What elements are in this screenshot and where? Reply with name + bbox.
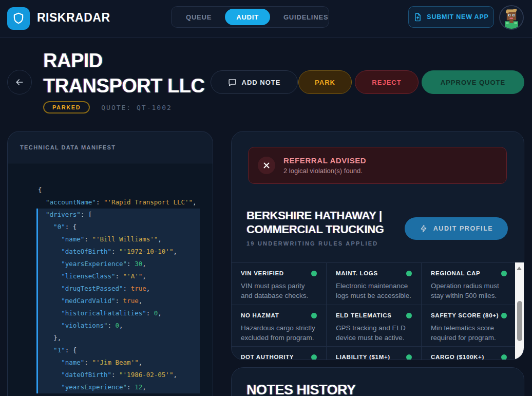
back-button[interactable]	[7, 70, 32, 95]
rule-title: NO HAZMAT	[241, 312, 279, 318]
status-pass-dot-icon	[406, 271, 412, 276]
nav-tab-audit[interactable]: AUDIT	[225, 9, 270, 25]
rule-desc: Hazardous cargo strictly excluded from p…	[241, 323, 317, 343]
rule-cell: DOT AUTHORITY	[232, 346, 327, 360]
rule-cell: ELD TELEMATICSGPS tracking and ELD devic…	[327, 305, 422, 346]
user-avatar[interactable]	[499, 5, 524, 30]
rule-title: ELD TELEMATICS	[336, 312, 392, 318]
x-icon	[263, 162, 270, 169]
code-line: "name": "'Bill Williams'",	[36, 233, 200, 246]
rule-title: SAFETY SCORE (80+)	[431, 312, 499, 318]
rule-cell: VIN VERIFIEDVIN must pass parity and dat…	[232, 263, 327, 305]
program-title: BERKSHIRE HATHAWAY | COMMERCIAL TRUCKING	[246, 209, 384, 236]
status-pass-dot-icon	[406, 354, 412, 360]
status-pass-dot-icon	[311, 313, 317, 318]
brand-name: RISKRADAR	[37, 11, 110, 25]
rule-title: MAINT. LOGS	[336, 270, 378, 276]
brand-logo	[7, 7, 30, 30]
rules-scrollbar[interactable]	[515, 262, 524, 360]
alert-subtitle: 2 logical violation(s) found.	[283, 167, 366, 175]
alert-circle	[258, 157, 275, 174]
code-line: "drugTestPassed": true,	[36, 282, 200, 295]
pixel-avatar-image	[500, 6, 523, 29]
code-line: "yearsExperience": 12,	[36, 381, 200, 393]
rule-desc: Electronic maintenance logs must be acce…	[336, 281, 412, 300]
code-line: {	[36, 184, 200, 196]
manifest-panel-title: TECHNICAL DATA MANIFEST	[8, 131, 213, 163]
alert-title: REFERRAL ADVISED	[283, 156, 366, 165]
status-pass-dot-icon	[311, 271, 317, 276]
rule-cell: LIABILITY ($1M+)	[327, 346, 422, 360]
rule-title: VIN VERIFIED	[241, 270, 284, 276]
rule-cell: CARGO ($100K+)	[422, 346, 516, 360]
park-button[interactable]: PARK	[298, 70, 352, 94]
code-line: "name": "'Jim Beam'",	[36, 356, 200, 369]
notes-history-card: NOTES HISTORY	[231, 367, 524, 396]
alert-text: REFERRAL ADVISED 2 logical violation(s) …	[283, 156, 366, 175]
rule-cell: SAFETY SCORE (80+)Min telematics score r…	[422, 305, 516, 346]
audit-profile-label: AUDIT PROFILE	[433, 225, 493, 232]
document-upload-icon	[413, 13, 422, 22]
rule-desc: GPS tracking and ELD device must be acti…	[336, 323, 412, 343]
nav-tab-queue[interactable]: QUEUE	[175, 9, 223, 25]
code-line: },	[36, 332, 200, 344]
status-pass-dot-icon	[501, 313, 507, 318]
referral-advised-alert: REFERRAL ADVISED 2 logical violation(s) …	[248, 147, 507, 184]
notes-history-title: NOTES HISTORY	[246, 382, 356, 396]
code-line: "dateOfBirth": "'1986-02-05'",	[36, 369, 200, 381]
quote-reference: QUOTE: QT-1002	[101, 104, 172, 111]
nav-tab-guidelines[interactable]: GUIDELINES	[272, 9, 339, 25]
rule-cell: NO HAZMATHazardous cargo strictly exclud…	[232, 305, 327, 346]
add-note-button[interactable]: ADD NOTE	[211, 70, 298, 94]
submit-new-app-button[interactable]: SUBMIT NEW APP	[408, 6, 494, 28]
scrollbar-up-arrow-icon[interactable]	[517, 267, 522, 270]
reject-button[interactable]: REJECT	[355, 70, 419, 94]
status-pass-dot-icon	[501, 271, 507, 276]
status-pass-dot-icon	[311, 354, 317, 360]
rule-cell: MAINT. LOGSElectronic maintenance logs m…	[327, 263, 422, 305]
rule-title: LIABILITY ($1M+)	[336, 354, 390, 360]
rule-desc: Operation radius must stay within 500 mi…	[431, 281, 507, 300]
code-line: "0": {	[36, 221, 200, 233]
submit-new-app-label: SUBMIT NEW APP	[427, 13, 488, 21]
code-line: "medCardValid": true,	[36, 295, 200, 307]
program-title-line2: COMMERCIAL TRUCKING	[246, 222, 384, 236]
code-line: "violations": 0,	[36, 319, 200, 332]
park-label: PARK	[315, 79, 335, 86]
rule-title: DOT AUTHORITY	[241, 354, 294, 360]
code-line: "drivers": [	[36, 209, 200, 221]
rules-applied-label: 19 UNDERWRITING RULES APPLIED	[246, 240, 378, 247]
rule-cell: REGIONAL CAPOperation radius must stay w…	[422, 263, 516, 305]
reject-label: REJECT	[372, 79, 401, 86]
program-title-line1: BERKSHIRE HATHAWAY |	[246, 209, 384, 222]
audit-result-panel: REFERRAL ADVISED 2 logical violation(s) …	[231, 131, 524, 360]
speech-bubble-icon	[228, 78, 237, 87]
rules-grid: VIN VERIFIEDVIN must pass parity and dat…	[232, 262, 516, 360]
approve-quote-label: APPROVE QUOTE	[441, 79, 505, 86]
scrollbar-thumb[interactable]	[517, 301, 522, 341]
badge-row: PARKED QUOTE: QT-1002	[43, 101, 172, 114]
app-header: RISKRADAR QUEUE AUDIT GUIDELINES SUBMIT …	[0, 0, 532, 37]
page-title-line1: RAPID	[43, 48, 204, 73]
audit-profile-button[interactable]: AUDIT PROFILE	[405, 217, 508, 240]
main-nav: QUEUE AUDIT GUIDELINES	[171, 6, 329, 28]
rule-title: CARGO ($100K+)	[431, 354, 484, 360]
code-line: "dateOfBirth": "'1972-10-10'",	[36, 246, 200, 258]
rule-title: REGIONAL CAP	[431, 270, 480, 276]
page-title: RAPID TRANSPORT LLC	[43, 48, 204, 99]
rule-desc: VIN must pass parity and database checks…	[241, 281, 317, 300]
shield-icon	[12, 12, 25, 25]
status-pass-dot-icon	[501, 354, 507, 360]
status-badge: PARKED	[43, 101, 90, 114]
code-line: "licenseClass": "'A'",	[36, 270, 200, 282]
code-line: "yearsExperience": 30,	[36, 258, 200, 270]
manifest-code-block: { "accountName": "'Rapid Transport LLC'"…	[8, 163, 213, 396]
code-line: "1": {	[36, 344, 200, 356]
technical-data-manifest-panel: TECHNICAL DATA MANIFEST { "accountName":…	[7, 131, 213, 396]
rule-desc: Min telematics score required for progra…	[431, 323, 507, 343]
lightning-bolt-icon	[420, 224, 428, 233]
add-note-label: ADD NOTE	[242, 79, 281, 86]
page-title-line2: TRANSPORT LLC	[43, 73, 204, 99]
approve-quote-button[interactable]: APPROVE QUOTE	[422, 70, 524, 94]
code-line: "historicalFatalities": 0,	[36, 307, 200, 319]
